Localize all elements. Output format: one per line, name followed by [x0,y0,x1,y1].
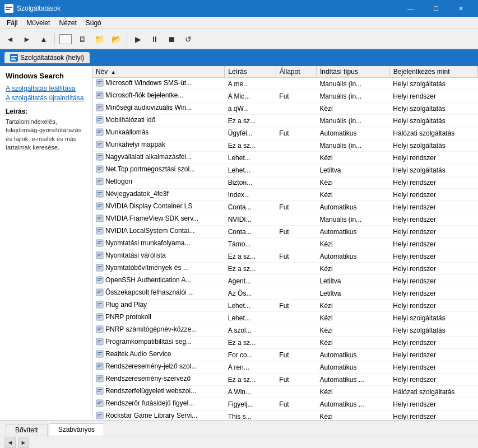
cell-desc: Lehet... [225,312,276,324]
service-icon [96,165,104,173]
svg-rect-60 [98,292,100,293]
col-header-login[interactable]: Bejelentkezés mint [389,66,477,78]
menu-help[interactable]: Súgó [81,18,106,28]
menu-file[interactable]: Fájl [2,18,22,28]
show-hide-button[interactable] [58,31,73,47]
table-row[interactable]: Net.Tcp portmegosztási szol...Lehet...Le… [92,164,478,176]
cell-desc: Biztон... [225,176,276,189]
cell-state: Fut [276,201,316,213]
col-header-state[interactable]: Állapot [276,66,316,78]
table-row[interactable]: Rendszeresemény-jelző szol...A ren...Aut… [92,361,478,374]
table-row[interactable]: Munkahelyi mappákEz a sz...Manuális (in.… [92,139,478,152]
cell-start: Automatikus [316,361,389,374]
table-row[interactable]: Rendszerör futásidejű figyel...Figyelj..… [92,398,478,410]
table-row[interactable]: Programkompatibilitási seg...Ez a sz...K… [92,337,478,349]
table-row[interactable]: Mobilhálózati időEz a sz...Manuális (in.… [92,115,478,127]
table-row[interactable]: Nagyvállalati alkalmazásfel...Lehet...Ké… [92,152,478,164]
table-row[interactable]: Rendszeresemény-szervezőEz a sz...FutAut… [92,374,478,386]
cell-name: Munkahelyi mappák [92,139,225,152]
service-icon [96,301,104,309]
menu-action[interactable]: Művelet [22,18,54,28]
pause-button[interactable]: ⏸ [147,31,163,47]
table-row[interactable]: Nyomtatási munkafolyama...Támo...KéziHel… [92,238,478,250]
cell-desc: Conta... [225,226,276,238]
cell-start: Kézi [316,176,389,189]
close-button[interactable]: ✕ [448,0,474,17]
cell-start: Manuális (in... [316,139,389,152]
open-button[interactable]: 📂 [108,31,124,47]
table-row[interactable]: Összekapcsolt felhasználói ...Az Ös...Le… [92,287,478,300]
table-row[interactable]: Realtek Audio ServiceFor co...FutAutomat… [92,349,478,361]
computer-button[interactable]: 🖥 [75,31,90,47]
maximize-button[interactable]: ☐ [423,0,448,17]
service-icon [96,202,104,210]
table-row[interactable]: Névjegyadatok_4fe3fIndex...KéziHelyi ren… [92,189,478,201]
tab-szabványos[interactable]: Szabványos [49,423,104,436]
play-button[interactable]: ▶ [130,31,146,47]
restart-button[interactable]: ↺ [180,31,196,47]
forward-button[interactable]: ► [19,31,35,47]
table-row[interactable]: Nyomtatási várólistaEz a sz...FutAutomat… [92,250,478,263]
service-icon [96,79,104,87]
cell-login: Hálózati szolgáltatás [389,127,477,139]
svg-rect-1 [6,7,12,8]
svg-rect-62 [98,303,102,304]
service-icon [96,104,104,111]
table-row[interactable]: Rendszerfelügyeleti webszol...A Win...Ké… [92,386,478,398]
table-row[interactable]: Rockstar Game Library Servi...This s...K… [92,410,478,421]
cell-login: Helyi szolgáltatás [389,115,477,127]
stop-service-link[interactable]: A szolgáltatás leállítása [6,85,86,92]
restart-service-link[interactable]: A szolgáltatás újraindítása [6,94,86,102]
service-icon [96,375,104,382]
cell-login: Helyi szolgáltatás [389,139,477,152]
scroll-right-button[interactable]: ► [18,437,29,448]
stop-button[interactable]: ⏹ [164,31,179,47]
table-row[interactable]: Plug and PlayLehet...FutKéziHelyi rendsz… [92,300,478,312]
cell-desc: A Mic... [225,90,276,102]
cell-state [276,78,316,90]
table-row[interactable]: Microsoft-fiók bejelentke...A Mic...FutM… [92,90,478,102]
row-icon: Rendszeresemény-szervező [96,375,191,382]
folder-button[interactable]: 📁 [91,31,107,47]
table-row[interactable]: Minőségi audiovizuális Win...a qW...Kézi… [92,102,478,115]
cell-desc: Agent... [225,275,276,287]
service-icon [96,153,104,161]
cell-start: Automatikus [316,127,389,139]
table-row[interactable]: NVIDIA LocalSystem Contai...Conta...FutA… [92,226,478,238]
up-button[interactable]: ▲ [36,31,52,47]
address-tab[interactable]: Szolgáltatások (helyi) [4,52,90,63]
svg-rect-15 [98,108,100,109]
cell-start: Kézi [316,102,389,115]
svg-rect-38 [98,204,102,206]
table-row[interactable]: OpenSSH Authentication A...Agent...Letil… [92,275,478,287]
tab-bővített[interactable]: Bővített [6,424,48,436]
table-row[interactable]: PNRP számítógépnév-közze...A szol...Kézi… [92,324,478,337]
cell-login: Helyi szolgáltatás [389,312,477,324]
cell-name: Rendszerfelügyeleti webszol... [92,386,225,398]
table-row[interactable]: MunkaállomásÜgyfél...FutAutomatikusHálóz… [92,127,478,139]
cell-state [276,287,316,300]
scroll-left-button[interactable]: ◄ [4,437,16,448]
table-row[interactable]: Nyomtatóbővítmények és ...Ez a sz...Kézi… [92,263,478,275]
col-header-name[interactable]: Név ▲ [92,66,225,78]
cell-desc: Ez a sz... [225,337,276,349]
cell-state: Fut [276,349,316,361]
cell-start: Automatikus [316,250,389,263]
table-row[interactable]: NVIDIA Display Container LSConta...FutAu… [92,201,478,213]
table-row[interactable]: NetlogonBiztон...KéziHelyi rendszer [92,176,478,189]
table-row[interactable]: Microsoft Windows SMS-üt...A me...Manuál… [92,78,478,90]
menu-view[interactable]: Nézet [54,18,81,28]
svg-rect-2 [6,9,10,10]
back-button[interactable]: ◄ [2,31,18,47]
services-table-container[interactable]: Név ▲ Leírás Állapot Indítási típus Beje… [92,66,478,420]
cell-state [276,238,316,250]
col-header-desc[interactable]: Leírás [225,66,276,78]
col-header-start[interactable]: Indítási típus [316,66,389,78]
table-row[interactable]: PNRP protokollLehet...KéziHelyi szolgált… [92,312,478,324]
cell-name: Microsoft-fiók bejelentke... [92,90,225,102]
table-row[interactable]: NVIDIA FrameView SDK serv...NVIDI...Manu… [92,213,478,226]
svg-rect-72 [98,342,100,343]
cell-state [276,312,316,324]
svg-rect-14 [98,106,102,107]
minimize-button[interactable]: — [398,0,423,17]
